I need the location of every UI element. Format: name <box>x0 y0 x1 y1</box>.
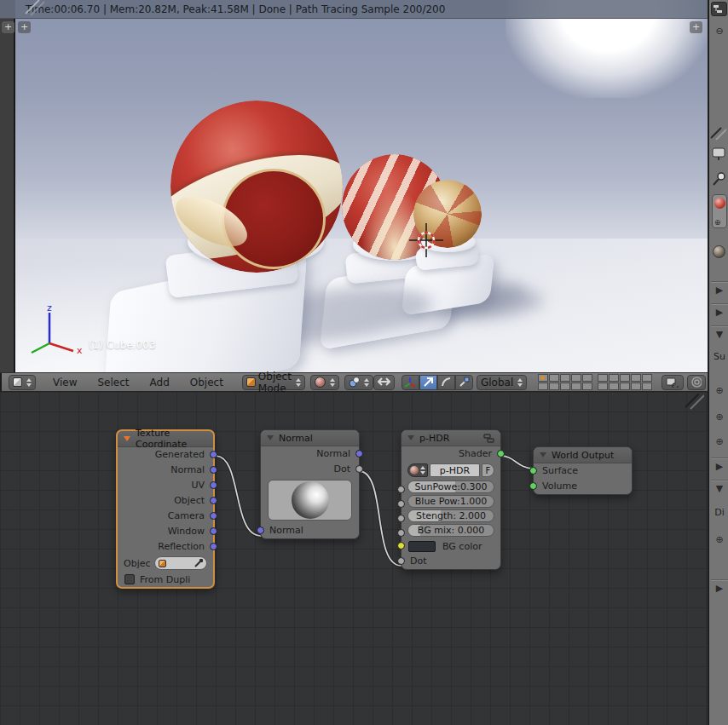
editor-resize-corner-icon[interactable] <box>684 394 704 411</box>
node-phdr-header[interactable]: p-HDR <box>402 430 500 446</box>
layer-cell[interactable] <box>549 374 559 382</box>
layer-cell[interactable] <box>620 383 630 390</box>
translate-manipulator-button[interactable] <box>419 375 437 390</box>
3d-viewport[interactable]: z x (1) Cube.003 + + <box>15 0 708 372</box>
node-group-icon[interactable] <box>483 434 494 443</box>
node-worldoutput-header[interactable]: World Output <box>534 447 632 463</box>
layer-cell[interactable] <box>598 383 608 390</box>
collapse-icon[interactable] <box>540 452 546 457</box>
strength-slider[interactable]: Stength: 2.000 <box>407 509 494 522</box>
layer-cell[interactable] <box>582 374 592 382</box>
layer-cell[interactable] <box>560 383 570 390</box>
panel-expanded-icon[interactable]: ▼ <box>709 483 728 494</box>
layer-grid-left[interactable] <box>538 374 592 390</box>
layer-cell-active[interactable] <box>538 374 548 382</box>
socket-normal-out[interactable] <box>355 450 363 457</box>
bg-color-swatch[interactable] <box>408 541 436 552</box>
viewport-region-expand-right[interactable]: + <box>690 21 702 33</box>
layer-cell[interactable] <box>642 374 652 382</box>
add-input-icon[interactable]: ⊕ <box>709 436 728 447</box>
normal-sphere-widget[interactable] <box>268 480 352 521</box>
collapse-icon[interactable] <box>124 436 130 441</box>
fake-user-button[interactable]: F <box>482 463 494 477</box>
layer-cell[interactable] <box>609 383 619 390</box>
viewport-shading-selector[interactable] <box>310 375 339 390</box>
collapse-icon[interactable] <box>267 435 274 440</box>
transform-orientation-selector[interactable]: Global <box>477 375 527 390</box>
socket-dot-out[interactable] <box>355 465 363 473</box>
socket-camera[interactable] <box>210 512 217 520</box>
layer-cell[interactable] <box>631 383 641 390</box>
socket-object[interactable] <box>210 497 217 504</box>
properties-editor-type-button[interactable] <box>711 2 727 16</box>
menu-view[interactable]: View <box>43 377 87 388</box>
strip-resize-corner-icon[interactable] <box>709 126 728 140</box>
layer-cell[interactable] <box>582 383 592 390</box>
menu-add[interactable]: Add <box>140 377 180 388</box>
add-input-icon[interactable]: ⊕ <box>709 534 728 545</box>
scale-manipulator-button[interactable] <box>455 375 473 390</box>
manipulator-toggle[interactable] <box>402 375 419 390</box>
layer-cell[interactable] <box>631 374 641 382</box>
node-editor[interactable]: Texture Coordinate Generated Normal UV O… <box>0 392 708 725</box>
collapse-icon[interactable] <box>407 435 414 440</box>
socket-dot-in[interactable] <box>397 557 405 565</box>
layer-cell[interactable] <box>642 383 652 390</box>
editor-type-selector[interactable] <box>9 375 36 390</box>
socket-strength[interactable] <box>397 515 405 522</box>
zoom-out-icon[interactable]: ⊖ <box>709 26 728 37</box>
group-name-field[interactable]: p-HDR <box>430 463 480 477</box>
panel-expanded-icon[interactable]: ▼ <box>709 329 728 340</box>
render-display-icon[interactable] <box>709 147 728 162</box>
layer-cell[interactable] <box>571 383 581 390</box>
layer-cell[interactable] <box>538 383 548 390</box>
pin-icon[interactable] <box>709 170 728 187</box>
socket-volume-in[interactable] <box>529 482 537 490</box>
from-dupli-checkbox[interactable] <box>124 574 135 584</box>
left-region-expand[interactable]: + <box>2 21 14 33</box>
add-input-icon[interactable]: ⊕ <box>709 385 728 396</box>
socket-normal[interactable] <box>210 466 217 474</box>
node-texcoord-header[interactable]: Texture Coordinate <box>118 431 213 447</box>
mode-selector[interactable]: Object Mode <box>242 375 305 390</box>
panel-collapsed-icon[interactable]: ▶ <box>709 461 728 472</box>
layer-grid-right[interactable] <box>598 374 652 390</box>
socket-normal-in[interactable] <box>257 526 264 534</box>
viewport-region-expand-left[interactable]: + <box>18 21 31 33</box>
layer-cell[interactable] <box>571 374 581 382</box>
normal-sphere[interactable] <box>292 481 329 519</box>
pivot-align-toggle[interactable] <box>373 375 395 390</box>
node-texture-coordinate[interactable]: Texture Coordinate Generated Normal UV O… <box>116 429 215 589</box>
datablock-browse-button[interactable] <box>407 463 428 477</box>
node-p-hdr[interactable]: p-HDR Shader p-HDR F <box>401 429 501 570</box>
node-normal[interactable]: Normal Normal Dot Normal <box>260 429 360 539</box>
panel-collapsed-icon[interactable]: ▶ <box>709 285 728 296</box>
socket-generated[interactable] <box>210 451 217 458</box>
socket-bgcolor[interactable] <box>397 542 405 550</box>
socket-bluepower[interactable] <box>397 500 405 508</box>
socket-window[interactable] <box>210 527 217 535</box>
layer-cell[interactable] <box>549 383 559 390</box>
pivot-point-selector[interactable] <box>344 375 373 390</box>
area-resize-corner-icon[interactable] <box>24 0 46 17</box>
scene-lock-toggle[interactable] <box>662 375 684 390</box>
layer-cell[interactable] <box>609 374 619 382</box>
add-input-icon[interactable]: ⊕ <box>709 411 728 423</box>
world-preview-icon[interactable] <box>713 245 725 258</box>
eyedropper-icon[interactable] <box>194 559 203 567</box>
socket-uv[interactable] <box>210 481 217 489</box>
bgmix-slider[interactable]: BG mix: 0.000 <box>407 524 494 537</box>
menu-object[interactable]: Object <box>180 377 234 388</box>
socket-sunpower[interactable] <box>397 486 405 493</box>
panel-collapsed-icon[interactable]: ▶ <box>709 307 728 318</box>
layer-cell[interactable] <box>620 374 630 382</box>
object-datablock-field[interactable] <box>154 556 207 570</box>
socket-bgmix[interactable] <box>397 529 405 537</box>
bluepower-slider[interactable]: Blue Pow:1.000 <box>407 495 494 508</box>
socket-shader-out[interactable] <box>497 450 505 457</box>
node-world-output[interactable]: World Output Surface Volume <box>533 446 633 495</box>
layer-cell[interactable] <box>598 374 608 382</box>
proportional-edit-toggle[interactable] <box>687 375 706 390</box>
node-normal-header[interactable]: Normal <box>261 430 359 446</box>
material-preview-thumbnail[interactable]: ⊕ <box>712 194 727 228</box>
